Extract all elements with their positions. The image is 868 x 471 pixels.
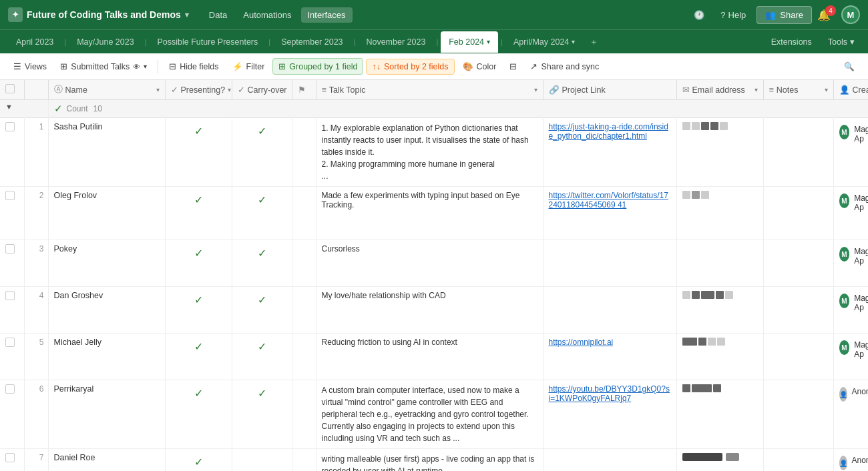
th-project[interactable]: 🔗 Project Link [543, 80, 676, 100]
tab-feb-2024[interactable]: Feb 2024 ▾ [441, 31, 498, 53]
group-chevron-down[interactable]: ▼ [5, 103, 13, 111]
row-num-2: 2 [24, 187, 48, 240]
project-link-6[interactable]: https://youtu.be/DBYY3D1gkQ0?si=1KWPoK0g… [549, 384, 670, 403]
row-project-1[interactable]: https://just-taking-a-ride.com/inside_py… [543, 118, 676, 187]
tab-aprilmay-2024[interactable]: April/May 2024 ▾ [505, 31, 583, 53]
row-project-6[interactable]: https://youtu.be/DBYY3D1gkQ0?si=1KWPoK0g… [543, 380, 676, 449]
app-logo[interactable]: ✦ Future of Coding Talks and Demos ▾ [8, 7, 189, 22]
tools-btn[interactable]: Tools ▾ [823, 34, 860, 49]
table-row: 4 Dan Groshev ✓ ✓ My love/hate relations… [0, 287, 868, 334]
creator-name-5: Maggie Ap [854, 340, 868, 359]
row-checkbox-4[interactable] [0, 287, 24, 334]
row-checkbox-2[interactable] [0, 187, 24, 240]
th-notes[interactable]: ≡ Notes ▾ [763, 80, 833, 100]
row-checkbox-6[interactable] [0, 380, 24, 449]
project-link-1[interactable]: https://just-taking-a-ride.com/inside_py… [549, 122, 668, 141]
row-created-3: M Maggie Ap [833, 240, 868, 287]
project-link-2[interactable]: https://twitter.com/Volorf/status/172401… [549, 191, 668, 209]
hide-fields-btn[interactable]: ⊟ Hide fields [164, 59, 224, 74]
row-project-2[interactable]: https://twitter.com/Volorf/status/172401… [543, 187, 676, 240]
row-carryover-3: ✓ [232, 240, 292, 287]
color-btn[interactable]: 🎨 Color [457, 59, 502, 74]
sorted-by-btn[interactable]: ↑↓ Sorted by 2 fields [366, 59, 454, 75]
row-name-6[interactable]: Perrikaryal [48, 380, 165, 449]
views-icon: ☰ [13, 61, 21, 71]
dark-bar-7 [682, 453, 722, 461]
avatar-2: M [839, 193, 850, 208]
share-sync-icon: ↗ [530, 61, 537, 71]
row-topic-2[interactable]: Made a few experiments with typing input… [316, 187, 543, 240]
row-project-3 [543, 240, 676, 287]
table-row: 7 Daniel Roe ✓ writing malleable (user f… [0, 449, 868, 472]
check-group-icon: ✓ [54, 103, 63, 115]
group-expand-cell[interactable]: ▼ [0, 100, 48, 118]
avatar-7: 👤 [839, 456, 847, 470]
tab-april-2023[interactable]: April 2023 [8, 31, 61, 53]
add-tab-btn[interactable]: ＋ [584, 33, 604, 51]
th-flag[interactable]: ⚑ [292, 80, 316, 100]
row-checkbox-7[interactable] [0, 449, 24, 472]
row-project-5[interactable]: https://omnipilot.ai [543, 334, 676, 380]
collapse-btn[interactable]: ⊟ [504, 59, 522, 74]
row-topic-5[interactable]: Reducing friction to using AI in context [316, 334, 543, 380]
row-name-3[interactable]: Pokey [48, 240, 165, 287]
th-email[interactable]: ✉ Email address ▾ [676, 80, 763, 100]
nav-interfaces[interactable]: Interfaces [301, 7, 353, 23]
search-btn[interactable]: 🔍 [839, 59, 860, 74]
th-carryover[interactable]: ✓ Carry-over [232, 80, 292, 100]
row-name-5[interactable]: Michael Jelly [48, 334, 165, 380]
share-btn[interactable]: 👥 Share [756, 6, 812, 24]
row-name-1[interactable]: Sasha Putilin [48, 118, 165, 187]
row-flag-5 [292, 334, 316, 380]
row-carryover-5: ✓ [232, 334, 292, 380]
select-all-checkbox[interactable] [5, 84, 15, 93]
row-topic-6[interactable]: A custom brain computer interface, used … [316, 380, 543, 449]
row-checkbox-5[interactable] [0, 334, 24, 380]
th-checkbox[interactable] [0, 80, 24, 100]
tab-november[interactable]: November 2023 [358, 31, 433, 53]
th-topic[interactable]: ≡ Talk Topic ▾ [316, 80, 543, 100]
tab-mayjune-2023[interactable]: May/June 2023 [69, 31, 142, 53]
row-name-2[interactable]: Oleg Frolov [48, 187, 165, 240]
table-row: 1 Sasha Putilin ✓ ✓ 1. My explorable exp… [0, 118, 868, 187]
nav-automations[interactable]: Automations [236, 7, 298, 23]
group-header-row: ▼ ✓ Count 10 [0, 100, 868, 118]
history-btn[interactable]: 🕐 [688, 7, 710, 23]
grouped-by-btn[interactable]: ⊞ Grouped by 1 field [272, 58, 363, 75]
th-name[interactable]: Ⓐ Name ▾ [48, 80, 165, 100]
th-rownum [24, 80, 48, 100]
tab-september[interactable]: September 2023 [273, 31, 351, 53]
row-num-4: 4 [24, 287, 48, 334]
row-topic-7[interactable]: writing malleable (user first) apps - li… [316, 449, 543, 472]
row-topic-4[interactable]: My love/hate relationship with CAD [316, 287, 543, 334]
grid-icon: ⊞ [60, 61, 67, 71]
extensions-btn[interactable]: Extensions [766, 34, 817, 49]
th-presenting[interactable]: ✓ Presenting? ▾ [165, 80, 232, 100]
notes-blocks-7 [682, 453, 758, 461]
row-topic-3[interactable]: Cursorless [316, 240, 543, 287]
tab-possible-future[interactable]: Possible Future Presenters [150, 31, 266, 53]
share-sync-btn[interactable]: ↗ Share and sync [525, 59, 604, 74]
row-carryover-4: ✓ [232, 287, 292, 334]
user-avatar[interactable]: M [841, 5, 860, 24]
check-carry-4: ✓ [258, 294, 266, 306]
row-checkbox-1[interactable] [0, 118, 24, 187]
project-link-5[interactable]: https://omnipilot.ai [549, 338, 614, 347]
notifications[interactable]: 🔔 4 [817, 9, 836, 21]
check-yes-2: ✓ [194, 193, 203, 206]
check-carry-1: ✓ [258, 125, 266, 137]
th-created[interactable]: 👤 Created By [833, 80, 868, 100]
tab-right-actions: Extensions Tools ▾ [766, 34, 860, 49]
help-btn[interactable]: ? Help [715, 7, 751, 23]
row-created-6: 👤 Anonymou [833, 380, 868, 449]
row-name-4[interactable]: Dan Groshev [48, 287, 165, 334]
app-title: Future of Coding Talks and Demos [27, 9, 181, 20]
row-name-7[interactable]: Daniel Roe [48, 449, 165, 472]
submitted-talks-btn[interactable]: ⊞ Submitted Talks 👁 ▾ [55, 59, 152, 74]
row-checkbox-3[interactable] [0, 240, 24, 287]
row-topic-1[interactable]: 1. My explorable explanation of Python d… [316, 118, 543, 187]
check-icon: ✓ [171, 85, 178, 95]
filter-btn[interactable]: ⚡ Filter [227, 59, 270, 74]
views-btn[interactable]: ☰ Views [8, 59, 52, 74]
nav-data[interactable]: Data [202, 7, 234, 23]
